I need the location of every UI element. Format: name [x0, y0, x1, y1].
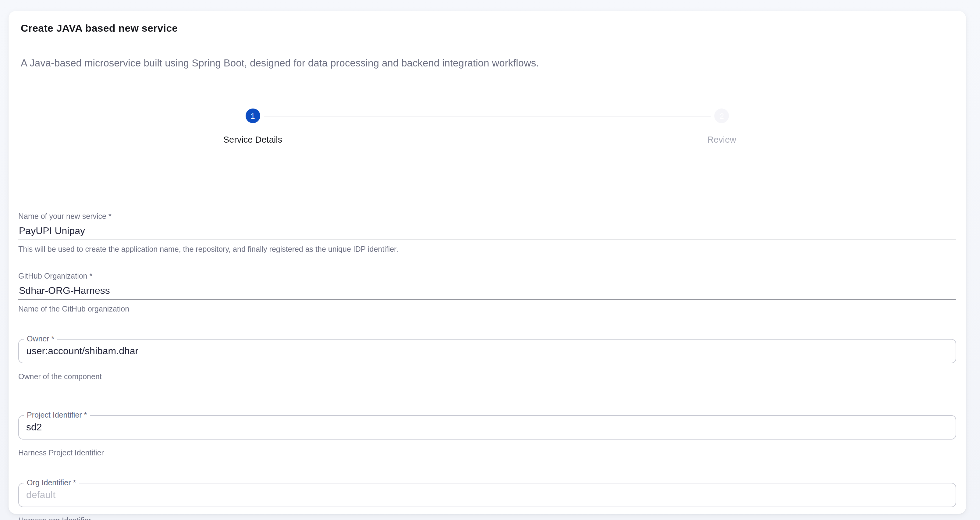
scaled-viewport: Create JAVA based new service A Java-bas… [0, 0, 980, 520]
owner-input-box: Owner * [18, 339, 956, 363]
org-identifier-input-box: Org Identifier * [18, 483, 956, 507]
step-service-details[interactable]: 1 Service Details [18, 108, 487, 146]
stepper-connector [264, 116, 711, 116]
field-service-name: Name of your new service * This will be … [18, 212, 956, 255]
service-name-input[interactable] [18, 225, 956, 240]
stepper: 1 Service Details 2 Review [18, 108, 956, 146]
step-review[interactable]: 2 Review [487, 108, 956, 146]
org-identifier-input[interactable] [19, 483, 956, 507]
step-1-badge: 1 [246, 108, 260, 123]
field-org-identifier: Org Identifier * Harness org Identifier [18, 483, 956, 520]
step-2-number: 2 [719, 111, 724, 120]
project-identifier-input-box: Project Identifier * [18, 415, 956, 440]
org-identifier-helper: Harness org Identifier [18, 516, 956, 520]
service-name-label: Name of your new service * [18, 212, 956, 222]
page-subtitle: A Java-based microservice built using Sp… [21, 56, 956, 70]
project-identifier-label: Project Identifier * [24, 410, 90, 421]
service-details-form: Name of your new service * This will be … [18, 212, 956, 520]
step-1-label: Service Details [223, 134, 282, 146]
step-2-badge: 2 [714, 108, 729, 123]
project-identifier-input[interactable] [19, 416, 956, 439]
step-1-number: 1 [250, 111, 255, 120]
service-name-helper: This will be used to create the applicat… [18, 244, 956, 255]
step-2-label: Review [707, 134, 736, 146]
github-org-label: GitHub Organization * [18, 271, 956, 282]
field-github-org: GitHub Organization * Name of the GitHub… [18, 271, 956, 314]
field-project-identifier: Project Identifier * Harness Project Ide… [18, 415, 956, 458]
owner-input[interactable] [19, 340, 956, 363]
page-background: Create JAVA based new service A Java-bas… [0, 0, 980, 520]
field-owner: Owner * Owner of the component [18, 339, 956, 382]
owner-helper: Owner of the component [18, 372, 956, 382]
owner-label: Owner * [24, 334, 57, 345]
github-org-input[interactable] [18, 285, 956, 300]
create-service-card: Create JAVA based new service A Java-bas… [8, 11, 966, 514]
org-identifier-label: Org Identifier * [24, 478, 79, 488]
project-identifier-helper: Harness Project Identifier [18, 448, 956, 458]
github-org-helper: Name of the GitHub organization [18, 304, 956, 314]
page-title: Create JAVA based new service [21, 22, 956, 35]
